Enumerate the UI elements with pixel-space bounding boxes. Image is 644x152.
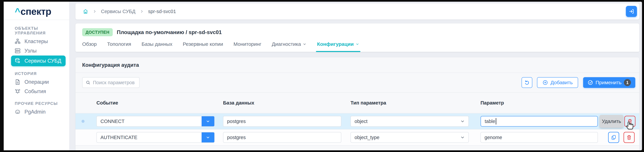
- document-icon: [14, 79, 21, 85]
- sidebar-item-events[interactable]: События: [11, 87, 66, 96]
- clusters-icon: [14, 38, 21, 45]
- chevron-right-icon: [140, 10, 144, 14]
- param-input[interactable]: genome: [480, 132, 598, 143]
- table-row: AUTHENTICATE postgres object_type genome: [76, 130, 639, 146]
- nav-section-management: ОБЪЕКТЫ УПРАВЛЕНИЯ: [15, 26, 66, 36]
- text-cursor: [496, 118, 496, 124]
- trash-icon: [627, 118, 633, 124]
- sidebar: ^спектр ОБЪЕКТЫ УПРАВЛЕНИЯ Кластеры Узлы: [4, 2, 70, 150]
- breadcrumb: Сервисы СУБД spr-sd-svc01: [83, 9, 176, 14]
- audit-config-panel: Конфигурация аудита: [76, 58, 639, 150]
- tab-configurations[interactable]: Конфигурации: [317, 41, 360, 52]
- tab-topology[interactable]: Топология: [107, 41, 131, 52]
- tab-backups[interactable]: Резервные копии: [183, 41, 223, 52]
- check-circle-icon: [588, 80, 593, 86]
- chevron-down-icon: [302, 42, 306, 46]
- refresh-button[interactable]: [522, 77, 532, 88]
- sidebar-item-operations[interactable]: Операции: [11, 77, 66, 87]
- page-title: Площадка по-умолчанию / spr-sd-svc01: [117, 29, 222, 36]
- add-button[interactable]: Добавить: [537, 77, 578, 88]
- column-header-event: Событие: [96, 100, 215, 106]
- sidebar-item-label: Узлы: [24, 48, 36, 54]
- search-box: [82, 77, 140, 88]
- tab-monitoring[interactable]: Мониторинг: [234, 41, 261, 52]
- sidebar-item-label: PgAdmin: [24, 109, 46, 115]
- tab-diagnostics[interactable]: Диагностика: [272, 41, 307, 52]
- param-type-select[interactable]: object: [350, 116, 469, 127]
- tab-databases[interactable]: Базы данных: [142, 41, 172, 52]
- copy-icon: [611, 134, 616, 140]
- sidebar-item-pgadmin[interactable]: PgAdmin: [11, 107, 66, 116]
- trash-icon: [626, 134, 632, 140]
- sidebar-item-clusters[interactable]: Кластеры: [11, 37, 66, 46]
- logout-button[interactable]: [626, 6, 637, 17]
- database-input[interactable]: postgres: [223, 132, 341, 143]
- column-header-param: Параметр: [480, 100, 598, 106]
- add-button-label: Добавить: [550, 80, 573, 86]
- table-header: Событие База данных Тип параметра Параме…: [76, 92, 639, 114]
- param-input[interactable]: table: [480, 116, 598, 127]
- param-type-select[interactable]: object_type: [350, 132, 469, 143]
- breadcrumb-current: spr-sd-svc01: [148, 9, 176, 14]
- status-row: ДОСТУПЕН Площадка по-умолчанию / spr-sd-…: [76, 28, 639, 36]
- sidebar-item-nodes[interactable]: Узлы: [11, 46, 66, 56]
- event-select[interactable]: CONNECT: [96, 116, 215, 127]
- section-title: Конфигурация аудита: [76, 58, 639, 73]
- pgadmin-elephant-icon: [14, 109, 21, 115]
- tab-bar: Обзор Топология Базы данных Резервные ко…: [76, 41, 639, 52]
- chevron-down-icon: [202, 132, 214, 142]
- bell-icon: [14, 88, 21, 94]
- config-toolbar: Добавить Применить 1: [76, 73, 639, 92]
- modified-indicator-dot: [82, 120, 84, 123]
- apply-count-badge: 1: [624, 79, 631, 86]
- apply-button[interactable]: Применить 1: [583, 77, 635, 88]
- chevron-down-icon: [355, 42, 360, 46]
- search-input[interactable]: [93, 80, 136, 86]
- logo-caret: ^: [15, 6, 20, 17]
- copy-row-button[interactable]: [608, 132, 619, 143]
- main-content: Сервисы СУБД spr-sd-svc01 ДОСТУПЕН Площа…: [70, 2, 642, 150]
- table-row: CONNECT postgres object table: [76, 114, 639, 130]
- delete-row-button[interactable]: [624, 116, 636, 127]
- apply-button-label: Применить: [596, 80, 622, 86]
- column-header-database: База данных: [223, 100, 341, 106]
- app-window: ^спектр ОБЪЕКТЫ УПРАВЛЕНИЯ Кластеры Узлы: [0, 0, 644, 152]
- chevron-down-icon: [202, 116, 214, 126]
- chevron-right-icon: [92, 10, 96, 14]
- plus-circle-icon: [542, 80, 548, 86]
- tab-overview[interactable]: Обзор: [82, 41, 97, 52]
- column-header-param-type: Тип параметра: [350, 100, 469, 106]
- logo-text: спектр: [20, 6, 51, 17]
- sidebar-item-label: События: [24, 88, 46, 94]
- nav-section-other: ПРОЧИЕ РЕСУРСЫ: [15, 101, 66, 106]
- breadcrumb-db-services[interactable]: Сервисы СУБД: [101, 9, 135, 14]
- sidebar-nav: ОБЪЕКТЫ УПРАВЛЕНИЯ Кластеры Узлы Сервисы…: [4, 20, 69, 116]
- db-services-icon: [14, 58, 21, 64]
- app-logo: ^спектр: [4, 2, 69, 20]
- search-icon: [86, 80, 90, 85]
- sidebar-item-label: Операции: [24, 79, 49, 85]
- breadcrumb-bar: Сервисы СУБД spr-sd-svc01: [76, 3, 639, 20]
- event-select[interactable]: AUTHENTICATE: [96, 132, 215, 143]
- database-input[interactable]: postgres: [223, 116, 341, 127]
- login-arrow-icon: [628, 8, 634, 14]
- chevron-down-icon: [460, 135, 465, 140]
- nav-section-history: ИСТОРИЯ: [15, 71, 66, 76]
- chevron-down-icon: [460, 119, 465, 124]
- sidebar-item-label: Кластеры: [24, 38, 48, 44]
- status-badge: ДОСТУПЕН: [82, 28, 113, 36]
- home-icon[interactable]: [83, 9, 88, 14]
- delete-tooltip: Удалить: [600, 115, 623, 128]
- service-header-card: ДОСТУПЕН Площадка по-умолчанию / spr-sd-…: [76, 24, 639, 52]
- sidebar-item-db-services[interactable]: Сервисы СУБД: [11, 56, 66, 66]
- refresh-icon: [524, 80, 530, 86]
- nodes-icon: [14, 48, 21, 54]
- sidebar-item-label: Сервисы СУБД: [24, 58, 61, 64]
- delete-row-button[interactable]: [624, 132, 634, 143]
